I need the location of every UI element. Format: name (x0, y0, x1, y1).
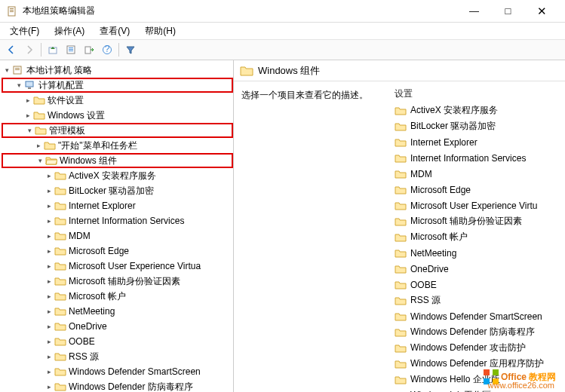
close-button[interactable]: ✕ (525, 1, 559, 22)
list-item[interactable]: OOBE (388, 277, 565, 292)
tree-windows-components[interactable]: ▾ Windows 组件 (2, 153, 233, 168)
list-item[interactable]: Windows Defender 防病毒程序 (388, 324, 565, 340)
forward-button[interactable] (21, 41, 38, 58)
list-item[interactable]: OneDrive (388, 261, 565, 277)
detail-body: 选择一个项目来查看它的描述。 设置 ActiveX 安装程序服务BitLocke… (234, 81, 565, 392)
tree-item[interactable]: ▸NetMeeting (2, 304, 233, 319)
export-button[interactable] (81, 41, 97, 58)
properties-button[interactable] (63, 41, 79, 58)
expand-icon[interactable]: ▸ (44, 168, 54, 183)
tree-admin-templates[interactable]: ▾ 管理模板 (2, 123, 233, 138)
collapse-icon[interactable]: ▾ (2, 63, 12, 78)
list-item[interactable]: BitLocker 驱动器加密 (388, 118, 565, 134)
tree-label: Microsoft 辅助身份验证因素 (69, 274, 180, 289)
tree-item[interactable]: ▸Microsoft User Experience Virtua (2, 259, 233, 274)
tree-item[interactable]: ▸Internet Information Services (2, 213, 233, 228)
tree-item[interactable]: ▸ActiveX 安装程序服务 (2, 168, 233, 183)
tree-software-settings[interactable]: ▸ 软件设置 (2, 93, 233, 108)
expand-icon[interactable]: ▸ (44, 183, 54, 198)
maximize-button[interactable]: □ (491, 1, 525, 22)
tree-root[interactable]: ▾ 本地计算机 策略 (2, 63, 233, 78)
tree-item[interactable]: ▸Internet Explorer (2, 198, 233, 213)
collapse-icon[interactable]: ▾ (14, 78, 24, 93)
tree-item[interactable]: ▸OneDrive (2, 319, 233, 334)
tree-start-taskbar[interactable]: ▸ "开始"菜单和任务栏 (2, 138, 233, 153)
expand-icon[interactable]: ▸ (44, 319, 54, 334)
folder-icon (54, 216, 66, 226)
tree-item[interactable]: ▸Windows Defender 防病毒程序 (2, 379, 233, 392)
items-pane: 设置 ActiveX 安装程序服务BitLocker 驱动器加密Internet… (388, 81, 565, 392)
back-button[interactable] (3, 41, 20, 58)
expand-icon[interactable]: ▸ (44, 349, 54, 364)
tree-label: "开始"菜单和任务栏 (58, 138, 137, 153)
expand-icon[interactable]: ▸ (23, 93, 33, 108)
list-item[interactable]: Windows Defender SmartScreen (388, 308, 565, 324)
list-item[interactable]: Microsoft User Experience Virtu (388, 198, 565, 213)
tree-computer-config[interactable]: ▾ 计算机配置 (2, 78, 233, 93)
folder-icon (54, 261, 66, 271)
menu-help[interactable]: 帮助(H) (139, 23, 182, 39)
folder-icon (395, 375, 407, 385)
folder-icon (35, 125, 47, 136)
expand-icon[interactable]: ▸ (44, 213, 54, 228)
tree-label: Microsoft Edge (69, 243, 129, 259)
svg-rect-15 (26, 81, 33, 87)
expand-icon[interactable]: ▸ (23, 108, 33, 123)
expand-icon[interactable]: ▸ (44, 289, 54, 304)
expand-icon[interactable]: ▸ (44, 334, 54, 349)
expand-icon[interactable]: ▸ (44, 198, 54, 213)
tree-item[interactable]: ▸MDM (2, 228, 233, 243)
expand-icon[interactable]: ▸ (44, 379, 54, 392)
list-item[interactable]: Internet Information Services (388, 150, 565, 166)
expand-icon[interactable]: ▸ (44, 274, 54, 289)
folder-icon (54, 231, 66, 241)
tree-item[interactable]: ▸Microsoft 帐户 (2, 289, 233, 304)
policy-tree: ▾ 本地计算机 策略 ▾ 计算机配置 ▸ 软件设置 ▸ Windows 设置 ▾ (0, 63, 233, 392)
expand-icon[interactable]: ▸ (44, 243, 54, 259)
list-item[interactable]: RSS 源 (388, 292, 565, 308)
tree-label: Internet Explorer (69, 198, 136, 213)
folder-icon (395, 296, 407, 306)
help-button[interactable]: ? (99, 41, 115, 58)
tree-item[interactable]: ▸Microsoft Edge (2, 243, 233, 259)
list-item[interactable]: Microsoft Edge (388, 182, 565, 198)
collapse-icon[interactable]: ▾ (24, 123, 35, 138)
tree-label: 本地计算机 策略 (26, 63, 92, 78)
tree-windows-settings[interactable]: ▸ Windows 设置 (2, 108, 233, 123)
description-text: 选择一个项目来查看它的描述。 (241, 90, 368, 100)
tree-label: Windows 组件 (60, 153, 117, 168)
list-item[interactable]: Microsoft 帐户 (388, 229, 565, 245)
tree-item[interactable]: ▸BitLocker 驱动器加密 (2, 183, 233, 198)
collapse-icon[interactable]: ▾ (35, 153, 45, 168)
folder-icon (33, 110, 45, 121)
folder-icon (33, 95, 45, 106)
tree-label: 软件设置 (48, 93, 84, 108)
menu-view[interactable]: 查看(V) (94, 23, 136, 39)
expand-icon[interactable]: ▸ (44, 228, 54, 243)
expand-icon[interactable]: ▸ (44, 364, 54, 379)
tree-label: Windows Defender 防病毒程序 (69, 379, 193, 392)
list-item[interactable]: MDM (388, 166, 565, 182)
list-item[interactable]: NetMeeting (388, 245, 565, 261)
list-item[interactable]: Internet Explorer (388, 134, 565, 150)
minimize-button[interactable]: — (457, 1, 491, 22)
expand-icon[interactable]: ▸ (44, 304, 54, 319)
expand-icon[interactable]: ▸ (33, 138, 44, 153)
tree-item[interactable]: ▸Windows Defender SmartScreen (2, 364, 233, 379)
item-label: Windows Defender 应用程序防护 (410, 357, 544, 370)
tree-item[interactable]: ▸Microsoft 辅助身份验证因素 (2, 274, 233, 289)
item-label: Microsoft 帐户 (410, 231, 468, 243)
menu-file[interactable]: 文件(F) (4, 23, 45, 39)
filter-button[interactable] (122, 41, 139, 58)
tree-item[interactable]: ▸OOBE (2, 334, 233, 349)
folder-icon (395, 137, 407, 148)
item-label: Windows Ink 工作区 (410, 389, 491, 392)
expand-icon[interactable]: ▸ (44, 259, 54, 274)
list-item[interactable]: Windows Defender 攻击防护 (388, 340, 565, 356)
menu-action[interactable]: 操作(A) (48, 23, 91, 39)
tree-item[interactable]: ▸RSS 源 (2, 349, 233, 364)
up-button[interactable] (45, 41, 61, 58)
list-item[interactable]: Microsoft 辅助身份验证因素 (388, 213, 565, 229)
list-item[interactable]: ActiveX 安装程序服务 (388, 103, 565, 118)
column-header-settings[interactable]: 设置 (388, 86, 565, 103)
